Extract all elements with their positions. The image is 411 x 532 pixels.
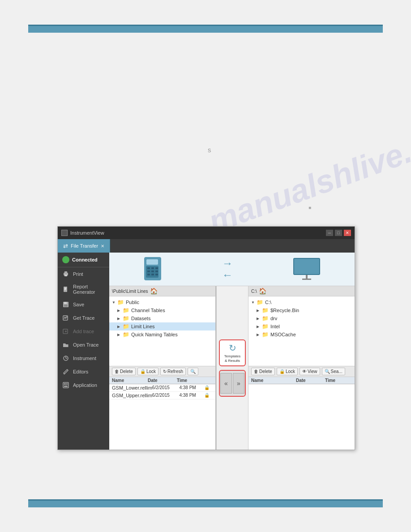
sidebar-item-open-trace[interactable]: Open Trace <box>58 338 109 352</box>
svg-rect-20 <box>66 383 68 385</box>
right-file-toolbar: 🗑 Delete 🔒 Lock 👁 View 🔍 <box>248 366 355 377</box>
sidebar-item-get-trace[interactable]: Get Trace <box>58 311 109 325</box>
left-tree-view[interactable]: ▼ 📁 Public ▶ 📁 Channel Tables ▶ 📁 <box>109 296 215 366</box>
tree-label-quick-naming-tables: Quick Naming Tables <box>131 332 178 337</box>
tree-label-drv: drv <box>270 316 277 321</box>
file-row-gsm-lower[interactable]: GSM_Lower.rellim 6/2/2015 4:38 PM 🔒 <box>109 384 215 392</box>
left-home-button[interactable]: 🏠 <box>150 287 158 295</box>
sidebar-item-save[interactable]: Save <box>58 298 109 311</box>
tab-icon: ⇄ <box>63 243 68 249</box>
tree-node-quick-naming-tables[interactable]: ▶ 📁 Quick Naming Tables <box>109 330 215 339</box>
tree-node-datasets[interactable]: ▶ 📁 Datasets <box>109 314 215 322</box>
sidebar-item-print[interactable]: Print <box>58 267 109 281</box>
left-header-time: Time <box>177 378 204 383</box>
top-decorative-bar <box>28 25 383 33</box>
transfer-right-button[interactable]: » <box>233 373 244 394</box>
left-header-icon <box>204 378 213 383</box>
right-path-bar: C:\ 🏠 <box>248 286 355 296</box>
sidebar-item-label-open-trace: Open Trace <box>73 342 98 348</box>
templates-icon: ↻ <box>229 343 236 353</box>
sidebar-item-label-report-generator: Report Generator <box>73 284 105 295</box>
maximize-button[interactable]: □ <box>335 230 342 236</box>
templates-results-button[interactable]: ↻ Templates& Results <box>219 339 246 366</box>
add-trace-icon <box>62 328 69 335</box>
folder-arrow-datasets: ▶ <box>117 317 121 321</box>
left-delete-icon: 🗑 <box>115 369 119 374</box>
instrument-icon <box>62 355 69 362</box>
save-icon <box>62 301 69 308</box>
folder-arrow-drv: ▶ <box>257 317 260 321</box>
tree-node-msocache[interactable]: ▶ 📁 MSOCache <box>248 330 355 339</box>
left-lock-button[interactable]: 🔒 Lock <box>137 368 158 375</box>
sidebar-item-application[interactable]: Application <box>58 378 109 392</box>
transfer-middle: ↻ Templates& Results « » <box>216 286 248 450</box>
right-delete-button[interactable]: 🗑 Delete <box>251 368 275 375</box>
file-name-gsm-upper: GSM_Upper.rellim <box>112 393 152 398</box>
application-icon <box>62 382 69 389</box>
device-monitor-icon <box>293 258 320 280</box>
tree-label-datasets: Datasets <box>131 316 150 321</box>
folder-icon-c-drive: 📁 <box>257 299 263 305</box>
file-icon-gsm-upper: 🔒 <box>204 393 213 398</box>
file-transfer-tab[interactable]: ⇄ File Transfer ✕ <box>58 239 110 253</box>
close-button[interactable]: ✕ <box>344 230 351 236</box>
transfer-left-button[interactable]: « <box>220 373 232 394</box>
folder-arrow-channel-tables: ▶ <box>117 309 121 313</box>
connected-label: Connected <box>72 257 98 262</box>
right-file-list[interactable] <box>248 384 355 450</box>
sidebar-item-report-generator[interactable]: Report Generator <box>58 281 109 298</box>
title-bar-controls: ─ □ ✕ <box>326 230 351 236</box>
right-delete-icon: 🗑 <box>254 369 258 374</box>
main-content: Connected Print Report Generator Save <box>58 253 355 450</box>
left-refresh-button[interactable]: ↻ Refresh <box>160 368 186 375</box>
tree-label-recycle-bin: $Recycle.Bin <box>270 308 299 313</box>
tree-node-public[interactable]: ▼ 📁 Public <box>109 298 215 306</box>
corner-mark: ■ <box>308 205 311 210</box>
right-header-date: Date <box>296 378 325 383</box>
tree-node-c-drive[interactable]: ▼ 📁 C:\ <box>248 298 355 306</box>
tree-label-intel: Intel <box>270 324 280 329</box>
print-icon <box>62 270 69 278</box>
right-file-list-header: Name Date Time <box>248 377 355 384</box>
file-date-gsm-lower: 6/2/2015 <box>152 385 180 390</box>
report-generator-icon <box>62 286 69 293</box>
left-header-date: Date <box>148 378 177 383</box>
folder-icon-datasets: 📁 <box>123 315 129 322</box>
minimize-button[interactable]: ─ <box>326 230 333 236</box>
tree-node-limit-lines[interactable]: ▶ 📁 Limit Lines <box>109 322 215 330</box>
right-view-button[interactable]: 👁 View <box>300 368 320 375</box>
sidebar-connected: Connected <box>58 253 109 267</box>
sidebar-item-instrument[interactable]: Instrument <box>58 352 109 365</box>
right-path-text: C:\ <box>251 289 257 294</box>
folder-arrow-recycle-bin: ▶ <box>257 309 260 313</box>
sidebar-item-editors[interactable]: Editors <box>58 365 109 378</box>
right-header-time: Time <box>325 378 352 383</box>
file-row-gsm-upper[interactable]: GSM_Upper.rellim 6/2/2015 4:38 PM 🔒 <box>109 392 215 399</box>
left-search-button[interactable]: 🔍 <box>188 368 198 375</box>
left-file-list[interactable]: GSM_Lower.rellim 6/2/2015 4:38 PM 🔒 GSM_… <box>109 384 215 450</box>
tab-bar: ⇄ File Transfer ✕ <box>58 239 355 253</box>
tree-node-intel[interactable]: ▶ 📁 Intel <box>248 322 355 330</box>
tree-node-recycle-bin[interactable]: ▶ 📁 $Recycle.Bin <box>248 306 355 314</box>
tab-close-icon[interactable]: ✕ <box>101 244 104 249</box>
right-tree-view[interactable]: ▼ 📁 C:\ ▶ 📁 $Recycle.Bin ▶ 📁 drv <box>248 296 355 366</box>
folder-icon-quick-naming-tables: 📁 <box>123 331 129 338</box>
file-transfer-header: → ← <box>109 253 355 286</box>
tree-label-channel-tables: Channel Tables <box>131 308 165 313</box>
transfer-arrows: → ← <box>222 258 233 280</box>
device-calculator-icon <box>144 257 162 282</box>
folder-arrow-limit-lines: ▶ <box>117 325 121 329</box>
right-lock-button[interactable]: 🔒 Lock <box>277 368 298 375</box>
left-delete-button[interactable]: 🗑 Delete <box>112 368 136 375</box>
right-file-panel: C:\ 🏠 ▼ 📁 C:\ ▶ 📁 $Recycle.B <box>248 286 355 450</box>
tree-node-channel-tables[interactable]: ▶ 📁 Channel Tables <box>109 306 215 314</box>
file-time-gsm-lower: 4:38 PM <box>179 385 204 390</box>
tree-label-limit-lines: Limit Lines <box>131 324 155 329</box>
sidebar-item-add-trace: Add trace <box>58 325 109 338</box>
svg-rect-21 <box>64 386 68 387</box>
right-view-icon: 👁 <box>302 369 307 374</box>
tab-label: File Transfer <box>71 243 98 249</box>
tree-node-drv[interactable]: ▶ 📁 drv <box>248 314 355 322</box>
right-search-button[interactable]: 🔍 Sea... <box>322 368 345 375</box>
right-home-button[interactable]: 🏠 <box>259 287 266 295</box>
